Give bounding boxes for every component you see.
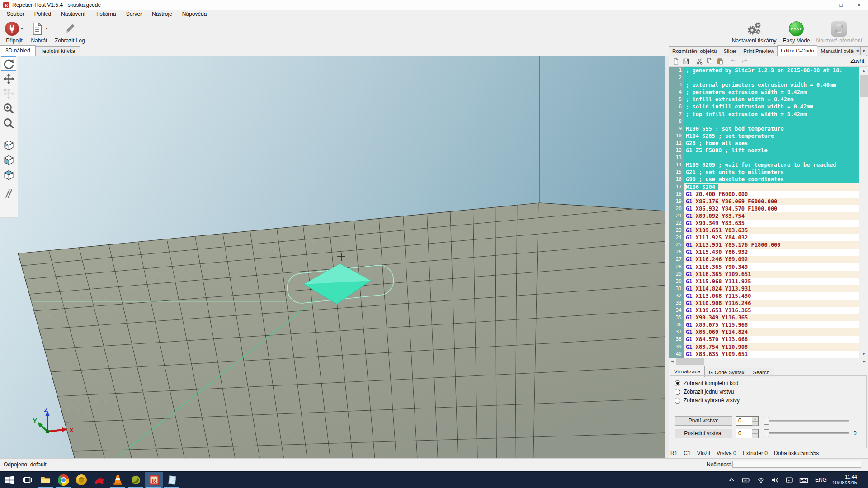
main-toolbar: ▼Připojit▼NahrátZobrazit Log Nastavení t… — [0, 19, 868, 45]
horizontal-scroll-thumb[interactable] — [676, 358, 704, 365]
fit-view-icon[interactable] — [1, 116, 16, 131]
taskbar-task-view-icon[interactable] — [18, 472, 36, 488]
layer-slider[interactable] — [764, 429, 849, 438]
panel-tab-slicer[interactable]: Slicer — [720, 46, 740, 56]
taskbar-gold-ring-app-icon[interactable] — [72, 472, 90, 488]
taskbar-windows-start-icon[interactable] — [0, 472, 18, 488]
tab-scroll-left-icon[interactable]: ◀ — [854, 46, 861, 55]
line-number: 4 — [669, 89, 684, 96]
save-icon[interactable] — [681, 57, 691, 65]
cut-icon[interactable] — [694, 57, 705, 65]
panel-tab-rozm-st-n-objekt-[interactable]: Rozmístění objektů — [669, 46, 720, 56]
menu-item-n-stroje[interactable]: Nástroje — [147, 10, 177, 19]
taskbar-chrome-icon[interactable] — [54, 472, 72, 488]
radio-option-2[interactable]: Zobrazit jednu vrstvu — [675, 388, 734, 395]
wifi-icon[interactable] — [754, 472, 768, 488]
layer-spinner[interactable]: 0▲▼ — [736, 429, 759, 438]
scroll-up-icon[interactable]: ▲ — [859, 67, 868, 75]
editor-vertical-scrollbar[interactable]: ▲ ▼ — [859, 67, 868, 358]
show-desktop-button[interactable] — [862, 472, 864, 488]
dropdown-caret-icon[interactable]: ▼ — [45, 27, 48, 30]
isometric-view-icon[interactable] — [1, 138, 16, 152]
taskbar-file-explorer-icon[interactable] — [36, 472, 54, 488]
taskbar-notepad-icon[interactable] — [163, 472, 181, 488]
parallel-projection-icon[interactable] — [1, 186, 16, 201]
line-number: 18 — [669, 191, 684, 198]
battery-icon[interactable] — [739, 472, 754, 488]
line-number: 2 — [669, 74, 684, 81]
slider-thumb[interactable] — [764, 417, 769, 425]
taskbar-vlc-icon[interactable] — [108, 472, 127, 488]
radio-option-1[interactable]: Zobrazit kompletní kód — [675, 380, 738, 387]
vertical-scroll-thumb[interactable] — [860, 75, 868, 97]
spinner-up-icon[interactable]: ▲ — [752, 417, 758, 421]
view-tab-3d-n-hled[interactable]: 3D náhled — [0, 45, 36, 56]
taskbar-repetier-host-icon[interactable]: R — [145, 472, 163, 488]
view-tab-teplotn-k-ivka[interactable]: Teplotní křivka — [35, 46, 81, 56]
layer-button[interactable]: Poslední vrstva: — [675, 429, 732, 438]
taskbar-green-s-app-icon[interactable] — [127, 472, 145, 488]
toolbar-button-easy-mode[interactable]: EASYEasy Mode — [780, 19, 813, 45]
panel-splitter[interactable] — [665, 56, 669, 458]
line-number: 11 — [669, 140, 684, 147]
layer-spinner[interactable]: 0▲▼ — [736, 416, 759, 426]
zoom-in-icon[interactable] — [1, 101, 16, 116]
redo-icon[interactable] — [739, 57, 750, 65]
gcode-line: 33G1 X110.908 Y116.246 — [669, 300, 859, 307]
maximize-button[interactable]: □ — [832, 0, 850, 10]
volume-icon[interactable] — [768, 472, 782, 488]
layer-slider[interactable] — [764, 416, 849, 425]
paste-icon[interactable] — [715, 57, 726, 65]
new-file-icon[interactable] — [670, 57, 681, 65]
rotate-icon[interactable] — [1, 56, 16, 71]
minimize-button[interactable]: – — [814, 0, 832, 10]
front-view-icon[interactable] — [1, 153, 16, 167]
spinner-up-icon[interactable]: ▲ — [752, 429, 758, 434]
layer-button[interactable]: První vrstva: — [675, 416, 732, 426]
close-button[interactable]: × — [850, 0, 868, 10]
radio-option-3[interactable]: Zobrazit vybrané vrstvy — [675, 397, 740, 404]
spinner-down-icon[interactable]: ▼ — [752, 434, 758, 438]
move-view-icon[interactable] — [1, 71, 16, 86]
top-view-icon[interactable] — [1, 168, 16, 182]
scroll-left-icon[interactable]: ◀ — [669, 358, 676, 365]
toolbar-button-p-ipojit[interactable]: ▼Připojit — [2, 19, 27, 45]
taskbar-red-dog-app-icon[interactable] — [90, 472, 108, 488]
menu-item-tisk-rna[interactable]: Tiskárna — [90, 10, 121, 19]
menu-item-pohled[interactable]: Pohled — [29, 10, 56, 19]
menu-item-server[interactable]: Server — [121, 10, 147, 19]
menu-item-n-pov-da[interactable]: Nápověda — [177, 10, 212, 19]
scroll-right-icon[interactable]: ▶ — [861, 358, 868, 365]
gcode-editor[interactable]: 1; generated by Slic3r 1.2.9 on 2015-08-… — [669, 67, 868, 358]
editor-horizontal-scrollbar[interactable]: ◀ ▶ — [669, 358, 868, 365]
menu-item-nastaven-[interactable]: Nastavení — [56, 10, 90, 19]
radio-icon[interactable] — [675, 389, 680, 395]
spinner-down-icon[interactable]: ▼ — [752, 421, 758, 426]
gcode-line: 36G1 X88.075 Y115.968 — [669, 321, 859, 328]
editor-close-button[interactable]: Zavřít — [850, 58, 864, 64]
language-indicator[interactable]: ENG — [811, 477, 830, 483]
gcode-line: 6; solid infill extrusion width = 0.42mm — [669, 103, 859, 110]
touch-keyboard-icon[interactable] — [796, 472, 811, 488]
toolbar-button-nahr-t[interactable]: ▼Nahrát — [27, 19, 52, 45]
svg-text:X: X — [69, 426, 74, 434]
copy-icon[interactable] — [705, 57, 715, 65]
dropdown-caret-icon[interactable]: ▼ — [20, 27, 24, 30]
print-bed-scene[interactable]: ZXY — [0, 56, 665, 458]
viewport-3d[interactable]: ZXY — [0, 56, 665, 458]
panel-tab-editor-g-codu[interactable]: Editor G-Codu — [777, 45, 818, 56]
panel-tab-print-preview[interactable]: Print Preview — [740, 46, 778, 56]
radio-icon[interactable] — [675, 380, 680, 386]
menu-item-soubor[interactable]: Soubor — [2, 10, 29, 19]
scroll-down-icon[interactable]: ▼ — [859, 350, 868, 358]
chevron-up-icon[interactable] — [725, 472, 739, 488]
gcode-line: 28G1 X116.365 Y90.349 — [669, 263, 859, 271]
radio-icon[interactable] — [675, 398, 680, 404]
toolbar-button-nastaven-tisk-rny[interactable]: Nastavení tiskárny — [729, 19, 780, 45]
tab-scroll-right-icon[interactable]: ▶ — [861, 46, 868, 55]
taskbar-clock[interactable]: 11:44 10/08/2015 — [830, 474, 860, 486]
undo-icon[interactable] — [729, 57, 739, 65]
action-center-icon[interactable] — [782, 472, 796, 488]
toolbar-button-zobrazit-log[interactable]: Zobrazit Log — [52, 19, 88, 45]
slider-thumb[interactable] — [764, 429, 769, 437]
